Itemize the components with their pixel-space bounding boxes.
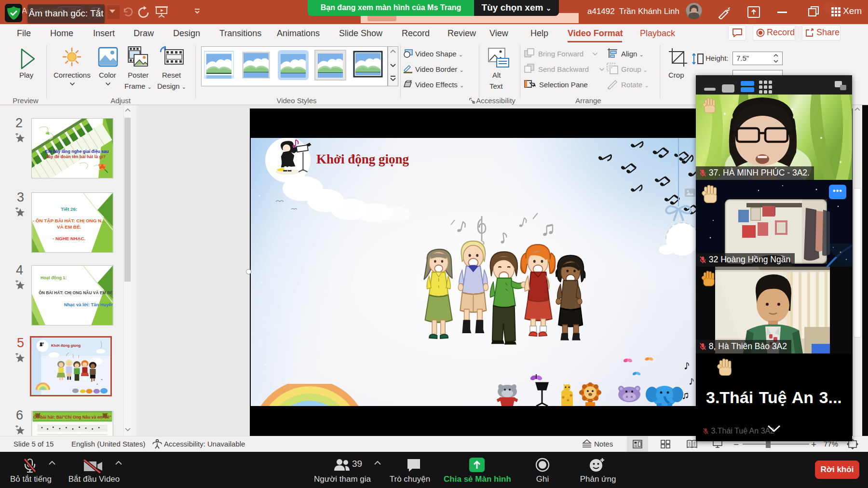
svg-text:Ôn bài hát: Bài"Chị Ong Nâu và: Ôn bài hát: Bài"Chị Ong Nâu và em bé": [33, 414, 111, 420]
svg-text:Hoạt động 1:: Hoạt động 1:: [41, 275, 67, 280]
svg-text:Nhạc và lời: Tân Huyền: Nhạc và lời: Tân Huyền: [64, 302, 113, 307]
svg-text:đây để đoán tên bài hát là gì?: đây để đoán tên bài hát là gì?: [46, 154, 106, 159]
svg-text:ÔN BÀI HÁT: CHỊ ONG NÂU VÀ EM: ÔN BÀI HÁT: CHỊ ONG NÂU VÀ EM BÉ.: [39, 290, 113, 295]
svg-text:- Em hãy lắng nghe giai điệu s: - Em hãy lắng nghe giai điệu sau: [42, 149, 108, 154]
svg-text:- NGHE NHẠC.: - NGHE NHẠC.: [53, 236, 86, 241]
svg-text:VÀ EM BÉ.: VÀ EM BÉ.: [57, 224, 81, 230]
svg-text:- ÔN TẬP BÀI HÁT: CHỊ ONG N...: - ÔN TẬP BÀI HÁT: CHỊ ONG N...: [33, 218, 106, 223]
svg-text:Tiết 26:: Tiết 26:: [61, 206, 77, 212]
svg-text:Khởi động giọng: Khởi động giọng: [51, 343, 81, 348]
svg-text:Khởi động giọng: Khởi động giọng: [316, 152, 409, 166]
